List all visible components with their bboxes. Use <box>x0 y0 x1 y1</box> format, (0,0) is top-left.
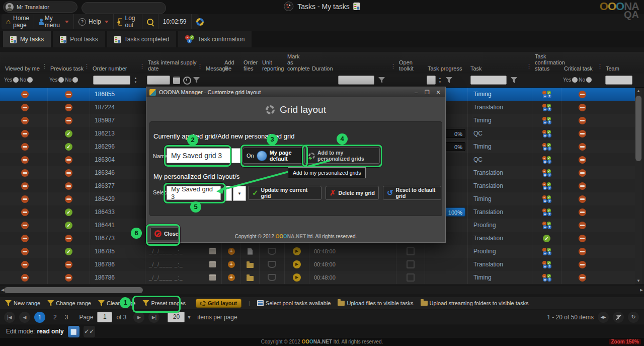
column-header-3[interactable]: Task internal supply date <box>148 59 200 72</box>
column-header-12[interactable]: Task <box>470 65 529 72</box>
column-menu-icon[interactable]: ⋮ <box>390 63 396 70</box>
table-row[interactable]: ✓186785_/_/____ _:_+▶00:48:00Proofing–✓u… <box>0 245 635 258</box>
funnel-icon[interactable] <box>378 77 385 83</box>
page-1-button[interactable]: 1 <box>34 312 45 323</box>
column-header-1[interactable]: Previous task <box>50 65 87 72</box>
column-header-2[interactable]: Order number <box>93 65 142 72</box>
clear-filter-icon[interactable] <box>613 312 624 323</box>
close-window-button[interactable]: ✕ <box>434 89 442 96</box>
select-pool-tasks-button[interactable]: Select pool tasks available <box>257 300 331 306</box>
page-3-button[interactable]: 3 <box>65 314 68 321</box>
tab-pool-tasks[interactable]: Pool tasks <box>53 31 105 47</box>
change-range-button[interactable]: Change range <box>47 300 91 306</box>
page-size-dropdown-icon[interactable]: ▼ <box>187 315 191 320</box>
column-menu-icon[interactable]: ⋮ <box>526 63 532 70</box>
table-row[interactable]: 186786_/_/____ _:_+▶00:48:00Translation–… <box>0 258 635 271</box>
grid-select-combobox[interactable]: My Saved grid 3 <box>167 186 221 200</box>
menu-help[interactable]: ? Help <box>74 14 114 29</box>
column-menu-icon[interactable]: ⋮ <box>42 63 47 70</box>
filter-input[interactable] <box>427 76 436 85</box>
grid-layout-button[interactable]: Grid layout <box>196 299 242 308</box>
yesno-filter[interactable]: YesNo <box>49 77 78 83</box>
vertical-scrollbar[interactable]: ▲ ▼ <box>635 88 642 284</box>
upload-files-button[interactable]: Upload files to visible tasks <box>338 300 413 306</box>
next-page-button[interactable]: ▶ <box>133 312 144 323</box>
last-page-button[interactable]: ▶| <box>148 312 159 323</box>
page-size-select[interactable]: 20 <box>168 312 185 322</box>
tab-tasks-completed[interactable]: Tasks completed <box>107 31 176 47</box>
fit-columns-icon[interactable]: ◂▸ <box>598 312 609 323</box>
first-page-button[interactable]: |◀ <box>4 312 15 323</box>
column-header-10[interactable]: Open toolkit <box>399 59 422 72</box>
refresh-icon[interactable]: ↻ <box>628 312 639 323</box>
column-header-15[interactable]: Team <box>606 65 631 72</box>
add-to-personalized-grids-button[interactable]: Add to my personalized grids <box>304 148 380 164</box>
horizontal-scroll-thumb[interactable] <box>4 287 143 293</box>
column-header-14[interactable]: Critical task <box>564 65 600 72</box>
column-header-9[interactable]: Duration <box>312 65 393 72</box>
preset-ranges-button[interactable]: Preset ranges <box>142 300 185 306</box>
secondary-pill[interactable] <box>82 2 166 14</box>
user-pill[interactable]: Mr Translator <box>3 2 77 13</box>
spinner-icon[interactable]: ▲▼ <box>132 75 139 85</box>
column-menu-icon[interactable]: ⋮ <box>84 63 90 70</box>
menu-home-page[interactable]: ⌂ Home page <box>2 14 34 29</box>
page-2-button[interactable]: 2 <box>53 314 57 321</box>
yes-radio[interactable] <box>58 77 64 83</box>
filter-input[interactable] <box>93 76 130 85</box>
no-radio[interactable] <box>586 77 592 83</box>
reset-default-grid-button[interactable]: ↺ Reset to default grid <box>383 186 441 200</box>
column-header-5[interactable]: Add file <box>224 59 238 72</box>
column-header-13[interactable]: Task confirmation status <box>535 53 558 72</box>
combobox-dropdown-icon[interactable]: ▼ <box>233 186 246 201</box>
maximize-button[interactable]: ❐ <box>423 89 431 96</box>
column-header-6[interactable]: Order files <box>244 59 257 72</box>
calendar-icon[interactable] <box>173 77 180 84</box>
funnel-icon[interactable] <box>511 77 517 83</box>
tab-task-confirmation[interactable]: –✓iTask confirmation <box>178 31 252 47</box>
column-header-4[interactable]: Message <box>206 65 219 72</box>
page-default-toggle[interactable]: On My page default <box>243 148 303 164</box>
scroll-right-icon[interactable]: ▶ <box>639 288 644 292</box>
clock-icon[interactable] <box>183 77 191 85</box>
yes-radio[interactable] <box>572 77 578 83</box>
table-row[interactable]: 186786_/_/____ _:_+▶00:48:00Timing–✓u? <box>0 271 635 285</box>
tab-my-tasks[interactable]: My tasks <box>3 31 51 47</box>
column-header-7[interactable]: Unit reporting <box>262 59 282 72</box>
toggle-knob[interactable] <box>257 151 267 161</box>
grid-view-button[interactable]: ▦ <box>68 326 79 337</box>
menu-search[interactable] <box>142 14 158 29</box>
page-number-input[interactable]: 1 <box>97 312 112 322</box>
minimize-button[interactable]: – <box>412 89 420 95</box>
update-current-grid-button[interactable]: ✓ Update my current grid <box>248 186 321 200</box>
horizontal-scrollbar[interactable]: ◀ ▶ <box>0 286 644 294</box>
funnel-icon[interactable] <box>446 77 452 83</box>
menu-my-menu[interactable]: My menu <box>34 14 74 29</box>
dialog-title-bar[interactable]: OOONA Manager - Customize grid layout – … <box>146 87 445 97</box>
scroll-up-icon[interactable]: ▲ <box>635 89 642 93</box>
filter-input[interactable] <box>605 76 632 85</box>
prev-page-button[interactable]: ◀ <box>19 312 30 323</box>
multi-check-button[interactable]: ✓✓ <box>84 326 95 337</box>
no-radio[interactable] <box>27 77 33 83</box>
yes-radio[interactable] <box>13 77 19 83</box>
funnel-icon[interactable] <box>193 77 200 83</box>
column-menu-icon[interactable]: ⋮ <box>139 63 145 70</box>
filter-input[interactable] <box>470 76 507 85</box>
grid-name-input[interactable]: My Saved grid 3 <box>167 148 241 163</box>
menu-status[interactable] <box>192 14 208 29</box>
filter-input[interactable] <box>338 76 374 85</box>
yesno-filter[interactable]: YesNo <box>4 77 33 83</box>
column-header-0[interactable]: Viewed by me <box>5 65 45 72</box>
scroll-down-icon[interactable]: ▼ <box>635 279 642 283</box>
upload-streaming-folders-button[interactable]: Upload streaming folders to visible task… <box>421 300 529 306</box>
filter-input[interactable] <box>147 76 170 85</box>
menu-log-out[interactable]: Log out <box>114 14 142 29</box>
column-header-8[interactable]: Mark as complete <box>287 53 306 72</box>
new-range-button[interactable]: New range <box>5 300 40 306</box>
column-header-11[interactable]: Task progress <box>428 65 465 72</box>
column-menu-icon[interactable]: ⋮ <box>597 63 603 70</box>
vertical-scroll-thumb[interactable] <box>635 96 641 161</box>
column-menu-icon[interactable]: ⋮ <box>197 63 203 70</box>
no-radio[interactable] <box>72 77 78 83</box>
